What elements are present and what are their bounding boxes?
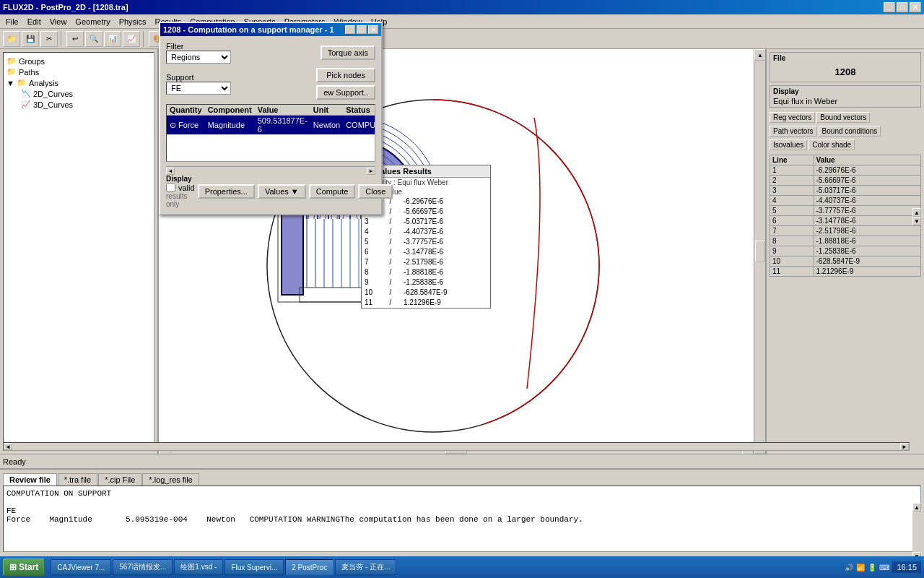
path-vectors-btn[interactable]: Path vectors xyxy=(770,126,817,137)
tab-tra-file[interactable]: *.tra file xyxy=(58,473,97,486)
tree-view: 📁 Groups 📁 Paths ▼ 📁 Analysis 📉 2D_Curve… xyxy=(3,52,154,451)
dialog-close-btn[interactable]: ✕ xyxy=(368,25,378,34)
compute-btn[interactable]: Compute xyxy=(309,184,356,199)
bottom-scrollbar-v[interactable]: ▲ ▼ xyxy=(912,503,921,561)
tab-cip-file[interactable]: *.cip File xyxy=(98,473,141,486)
filter-select[interactable]: Regions All xyxy=(166,51,231,64)
bottom-tab-bar: Review file *.tra file *.cip File *.log_… xyxy=(0,470,924,486)
results-only-label: results only xyxy=(166,192,195,208)
menu-view[interactable]: View xyxy=(45,16,71,27)
menu-geometry[interactable]: Geometry xyxy=(71,16,114,27)
dialog-title-bar: 1208 - Computation on a support manager … xyxy=(160,23,381,36)
computation-dialog: 1208 - Computation on a support manager … xyxy=(159,22,383,215)
toolbar: 📁 💾 ✂ ↩ 🔍 📊 📈 🎨 📤 📥 🖨 📐 ▶ xyxy=(0,29,924,49)
viewport-scrollbar-v[interactable]: ▲ ▼ xyxy=(754,49,765,454)
tree-label-2dcurves: 2D_Curves xyxy=(33,90,73,98)
taskbar-macdonald[interactable]: 麦当劳 - 正在... xyxy=(335,559,396,575)
tree-item-2dcurves[interactable]: 📉 2D_Curves xyxy=(6,88,151,99)
right-scrollbar-h[interactable]: ◄ ► xyxy=(3,442,910,451)
pick-nodes-btn[interactable]: Pick nodes xyxy=(316,68,375,82)
taskbar-567[interactable]: 567话情报发... xyxy=(113,559,173,575)
right-display-section: Display Equi flux in Weber xyxy=(770,85,921,108)
cell-unit: Newton xyxy=(310,116,343,135)
values-btn[interactable]: Values ▼ xyxy=(258,184,306,199)
taskbar: ⊞ Start CAJViewer 7... 567话情报发... 绘图1.vs… xyxy=(0,556,924,578)
right-view-buttons3: Isovalues Color shade xyxy=(770,139,921,150)
table-row[interactable]: ⊙ Force Magnitude 509.531877E-6 Newton C… xyxy=(167,116,375,135)
cell-quantity: ⊙ Force xyxy=(167,116,205,135)
bottom-content: COMPUTATION ON SUPPORT FE Force Magnitud… xyxy=(3,486,921,552)
dialog-action-buttons: Properties... Values ▼ Compute Close xyxy=(198,184,393,199)
toolbar-btn-5[interactable]: 🔍 xyxy=(85,31,103,47)
values-btn-label: Values xyxy=(265,187,289,196)
dialog-minimize-btn[interactable]: _ xyxy=(345,25,355,34)
toolbar-btn-1[interactable]: 📁 xyxy=(3,31,20,47)
col-status: Status xyxy=(343,105,375,116)
start-button[interactable]: ⊞ Start xyxy=(3,558,45,576)
toolbar-btn-3[interactable]: ✂ xyxy=(40,31,58,47)
taskbar-right: 🔊 📶 🔋 ⌨ 16:15 xyxy=(845,561,921,573)
taskbar-cajviewer[interactable]: CAJViewer 7... xyxy=(51,559,111,575)
bottom-line2 xyxy=(6,498,918,506)
cell-status: COMPUTATION... xyxy=(343,116,375,135)
bottom-line4: Force Magnitude 5.095319e-004 Newton COM… xyxy=(6,515,918,524)
taskbar-flux-supervi[interactable]: Flux Supervi... xyxy=(225,559,284,575)
bound-vectors-btn[interactable]: Bound vectors xyxy=(816,112,870,123)
window-controls: _ □ ✕ xyxy=(884,2,921,12)
tab-review-file[interactable]: Review file xyxy=(3,473,57,486)
values-dropdown-icon: ▼ xyxy=(291,187,299,196)
taskbar-postproc[interactable]: 2 PostProc xyxy=(285,559,334,575)
tree-label-3dcurves: 3D_Curves xyxy=(33,100,73,109)
menu-edit[interactable]: Edit xyxy=(23,16,45,27)
close-dialog-btn[interactable]: Close xyxy=(358,184,393,199)
dialog-scrollbar-h[interactable]: ◄ ► xyxy=(166,166,375,175)
right-table-header-value: Value xyxy=(814,155,920,165)
right-view-buttons2: Path vectors Bound conditions xyxy=(770,126,921,137)
right-data-table: Line Value 1-6.29676E-62-5.66697E-63-5.0… xyxy=(770,155,921,277)
bound-conditions-btn[interactable]: Bound conditions xyxy=(819,126,881,137)
right-display-value: Equi flux in Weber xyxy=(773,97,918,105)
color-shade-btn[interactable]: Color shade xyxy=(808,139,855,150)
menu-physics[interactable]: Physics xyxy=(115,16,151,27)
support-select[interactable]: FE xyxy=(166,82,231,95)
status-bar: Ready xyxy=(0,454,924,468)
right-file-label: File xyxy=(773,54,918,62)
toolbar-btn-4[interactable]: ↩ xyxy=(66,31,84,47)
properties-btn[interactable]: Properties... xyxy=(198,184,255,199)
new-support-btn[interactable]: ew Support.. xyxy=(316,85,375,100)
menu-bar: File Edit View Geometry Physics Results … xyxy=(0,14,924,29)
minimize-button[interactable]: _ xyxy=(884,2,895,12)
toolbar-btn-7[interactable]: 📈 xyxy=(123,31,140,47)
dialog-body: Filter Regions All Torque axis Support F… xyxy=(160,36,381,214)
tree-item-groups[interactable]: 📁 Groups xyxy=(6,56,151,66)
torque-axis-btn[interactable]: Torque axis xyxy=(321,46,375,60)
start-label: Start xyxy=(19,562,38,572)
maximize-button[interactable]: □ xyxy=(897,2,908,12)
valid-checkbox[interactable] xyxy=(166,183,175,192)
tree-item-3dcurves[interactable]: 📈 3D_Curves xyxy=(6,99,151,110)
tree-item-paths[interactable]: 📁 Paths xyxy=(6,66,151,77)
taskbar-vsd[interactable]: 绘图1.vsd - xyxy=(174,559,223,575)
col-unit: Unit xyxy=(310,105,343,116)
dialog-maximize-btn[interactable]: □ xyxy=(357,25,367,34)
close-button[interactable]: ✕ xyxy=(910,2,921,12)
right-table-header-line: Line xyxy=(770,155,814,165)
right-scrollbar[interactable]: ▲ ▼ xyxy=(912,208,921,451)
menu-file[interactable]: File xyxy=(1,16,23,27)
right-view-buttons: Reg vectors Bound vectors xyxy=(770,112,921,123)
dialog-title-buttons: _ □ ✕ xyxy=(345,25,378,34)
filter-label: Filter xyxy=(166,42,315,51)
toolbar-btn-2[interactable]: 💾 xyxy=(22,31,39,47)
toolbar-btn-6[interactable]: 📊 xyxy=(104,31,121,47)
col-component: Component xyxy=(205,105,255,116)
scroll-up-btn[interactable]: ▲ xyxy=(754,49,765,61)
tab-logres-file[interactable]: *.log_res file xyxy=(142,473,199,486)
reg-vectors-btn[interactable]: Reg vectors xyxy=(770,112,815,123)
tree-item-analysis[interactable]: ▼ 📁 Analysis xyxy=(6,77,151,88)
col-value: Value xyxy=(255,105,310,116)
title-bar: FLUX2D - PostPro_2D - [1208.tra] _ □ ✕ xyxy=(0,0,924,14)
isovalues-btn[interactable]: Isovalues xyxy=(770,139,807,150)
valid-label: valid xyxy=(178,184,195,192)
dialog-bottom-row: Display valid results only Properties...… xyxy=(166,175,375,208)
bottom-line1: COMPUTATION ON SUPPORT xyxy=(6,489,918,498)
